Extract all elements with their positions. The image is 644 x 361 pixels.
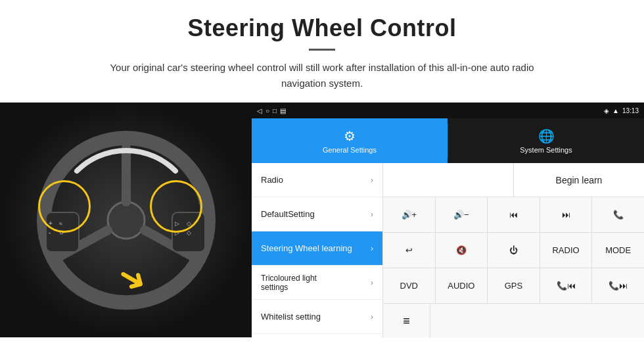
controls-area: Begin learn 🔊+ 🔊− ⏮ xyxy=(383,163,644,337)
tab-general[interactable]: ⚙ General Settings xyxy=(252,118,448,163)
power-button[interactable]: ⏻ xyxy=(488,233,540,268)
next-icon: ⏭ xyxy=(562,210,570,220)
phone-next-icon: 📞⏭ xyxy=(609,281,628,291)
list-icon-button[interactable]: ≡ xyxy=(383,304,430,338)
prev-icon: ⏮ xyxy=(509,210,518,220)
mute-button[interactable]: 🔇 xyxy=(436,233,488,268)
main-content: + - ≈ ↺ ▷ ▷ ◇ ◇ ➜ ◁ xyxy=(0,102,644,337)
audio-button[interactable]: AUDIO xyxy=(436,268,488,303)
btn-row-2: ↩ 🔇 ⏻ RADIO MODE xyxy=(383,233,644,268)
ctrl-row-top: Begin learn xyxy=(383,163,644,197)
status-right: ◈ ▲ 13:13 xyxy=(604,107,639,114)
gps-button[interactable]: GPS xyxy=(488,268,540,303)
dvd-label: DVD xyxy=(400,281,418,291)
audio-label: AUDIO xyxy=(448,281,474,291)
button-grid: 🔊+ 🔊− ⏮ ⏭ 📞 xyxy=(383,197,644,303)
mute-icon: 🔇 xyxy=(456,245,467,255)
menu-item-whitelist[interactable]: Whitelist setting › xyxy=(252,300,382,334)
menu-icon: ▤ xyxy=(280,107,286,114)
menu-item-radio[interactable]: Radio › xyxy=(252,163,382,197)
content-area: Radio › DefaultSetting › Steering Wheel … xyxy=(252,163,644,337)
list-icon: ≡ xyxy=(403,314,410,328)
gps-label: GPS xyxy=(505,281,522,291)
android-ui: ◁ ○ □ ▤ ◈ ▲ 13:13 ⚙ General Settings 🌐 S… xyxy=(252,103,644,337)
chevron-icon: › xyxy=(371,210,373,219)
dvd-button[interactable]: DVD xyxy=(383,268,436,303)
tab-general-label: General Settings xyxy=(323,146,377,154)
radio-label: RADIO xyxy=(552,245,579,255)
vol-up-icon: 🔊+ xyxy=(402,210,417,220)
tab-system[interactable]: 🌐 System Settings xyxy=(448,118,644,163)
chevron-icon: › xyxy=(371,278,373,287)
page-header: Steering Wheel Control Your original car… xyxy=(0,0,644,102)
btn-row-bottom: ≡ xyxy=(383,303,644,337)
phone-next-button[interactable]: 📞⏭ xyxy=(592,268,644,303)
btn-row-1: 🔊+ 🔊− ⏮ ⏭ 📞 xyxy=(383,197,644,233)
menu-steering-label: Steering Wheel learning xyxy=(261,243,352,253)
ctrl-empty xyxy=(383,163,514,197)
vol-down-icon: 🔊− xyxy=(453,210,469,220)
phone-prev-button[interactable]: 📞⏮ xyxy=(540,268,593,303)
system-settings-icon: 🌐 xyxy=(538,128,555,144)
phone-prev-icon: 📞⏮ xyxy=(557,281,576,291)
menu-whitelist-label: Whitelist setting xyxy=(261,312,321,322)
time-display: 13:13 xyxy=(622,107,639,114)
home-icon: ○ xyxy=(265,107,269,114)
vol-down-button[interactable]: 🔊− xyxy=(436,197,488,232)
chevron-icon: › xyxy=(371,312,373,322)
power-icon: ⏻ xyxy=(509,245,518,255)
begin-learn-button[interactable]: Begin learn xyxy=(514,163,644,197)
chevron-icon: › xyxy=(371,244,373,253)
menu-list: Radio › DefaultSetting › Steering Wheel … xyxy=(252,163,383,337)
radio-button[interactable]: RADIO xyxy=(540,233,593,268)
menu-item-steering[interactable]: Steering Wheel learning › xyxy=(252,231,382,266)
car-image-bg: + - ≈ ↺ ▷ ▷ ◇ ◇ ➜ xyxy=(0,103,252,337)
btn-row-3: DVD AUDIO GPS 📞⏮ 📞⏭ xyxy=(383,268,644,303)
location-icon: ◈ xyxy=(604,107,609,114)
menu-item-default[interactable]: DefaultSetting › xyxy=(252,197,382,231)
chevron-icon: › xyxy=(371,176,373,185)
signal-icon: ▲ xyxy=(612,107,619,114)
back-icon: ◁ xyxy=(257,107,262,114)
status-bar: ◁ ○ □ ▤ ◈ ▲ 13:13 xyxy=(252,103,644,118)
highlight-circle-left xyxy=(38,180,91,233)
title-divider xyxy=(309,49,335,51)
tab-system-label: System Settings xyxy=(520,146,572,154)
menu-default-label: DefaultSetting xyxy=(261,209,315,219)
menu-radio-label: Radio xyxy=(261,175,283,185)
tab-bar: ⚙ General Settings 🌐 System Settings xyxy=(252,118,644,163)
next-button[interactable]: ⏭ xyxy=(540,197,593,232)
recent-icon: □ xyxy=(273,107,277,114)
back-button[interactable]: ↩ xyxy=(383,233,436,268)
page-title: Steering Wheel Control xyxy=(26,14,618,42)
car-image-section: + - ≈ ↺ ▷ ▷ ◇ ◇ ➜ xyxy=(0,103,252,337)
svg-point-1 xyxy=(108,202,145,239)
highlight-circle-right xyxy=(150,180,202,233)
mode-label: MODE xyxy=(605,245,631,255)
mode-button[interactable]: MODE xyxy=(592,233,644,268)
prev-button[interactable]: ⏮ xyxy=(488,197,540,232)
nav-icons: ◁ ○ □ ▤ xyxy=(257,107,286,114)
menu-tricoloured-label: Tricoloured lightsettings xyxy=(261,274,317,292)
menu-item-tricoloured[interactable]: Tricoloured lightsettings › xyxy=(252,266,382,300)
general-settings-icon: ⚙ xyxy=(344,128,356,144)
svg-text:-: - xyxy=(49,229,51,236)
back-arrow-icon: ↩ xyxy=(405,245,413,255)
page-subtitle: Your original car's steering wheel contr… xyxy=(92,60,552,91)
phone-icon: 📞 xyxy=(613,210,624,220)
vol-up-button[interactable]: 🔊+ xyxy=(383,197,436,232)
phone-button[interactable]: 📞 xyxy=(592,197,644,232)
